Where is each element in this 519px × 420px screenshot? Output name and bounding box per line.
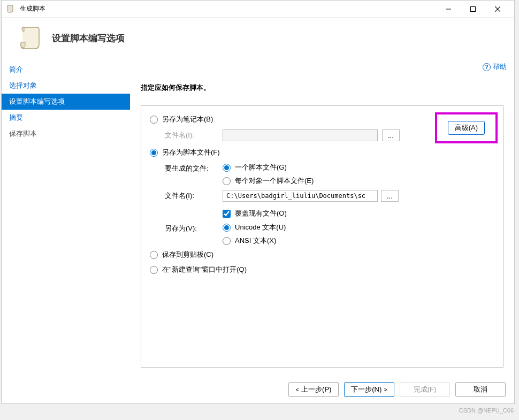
chevron-right-icon: >	[384, 386, 387, 393]
svg-rect-1	[471, 6, 476, 11]
unicode-radio[interactable]	[223, 224, 231, 232]
options-group: 高级(A) 另存为笔记本(B) 文件名(I): ... 另存为脚本文件(F)	[141, 105, 503, 368]
save-as-script-file-label: 另存为脚本文件(F)	[162, 148, 220, 157]
filename-label: 文件名(I):	[165, 190, 223, 201]
chevron-left-icon: <	[296, 386, 299, 393]
help-link[interactable]: ? 帮助	[483, 62, 507, 72]
filename-row: 文件名(I): ... 覆盖现有文件(O)	[165, 190, 494, 218]
unicode-option[interactable]: Unicode 文本(U)	[223, 223, 286, 232]
sidebar-item-script-options[interactable]: 设置脚本编写选项	[2, 94, 130, 110]
overwrite-option[interactable]: 覆盖现有文件(O)	[223, 209, 399, 218]
titlebar: 生成脚本	[2, 1, 514, 18]
sidebar-item-intro[interactable]: 简介	[2, 62, 130, 78]
sidebar-item-save-script[interactable]: 保存脚本	[2, 126, 130, 142]
per-object-file-option[interactable]: 每个对象一个脚本文件(E)	[223, 176, 314, 186]
open-in-new-query-option[interactable]: 在"新建查询"窗口中打开(Q)	[150, 265, 494, 274]
single-file-radio[interactable]	[223, 164, 231, 172]
single-file-label: 一个脚本文件(G)	[235, 163, 287, 172]
sidebar-item-select-objects[interactable]: 选择对象	[2, 78, 130, 94]
ansi-label: ANSI 文本(X)	[235, 236, 276, 246]
save-to-clipboard-option[interactable]: 保存到剪贴板(C)	[150, 250, 494, 259]
window-controls	[436, 2, 510, 17]
save-to-clipboard-label: 保存到剪贴板(C)	[162, 250, 213, 259]
overwrite-checkbox[interactable]	[223, 210, 231, 218]
per-object-file-radio[interactable]	[223, 177, 231, 185]
ansi-radio[interactable]	[223, 237, 231, 245]
save-as-notebook-label: 另存为笔记本(B)	[162, 114, 213, 124]
instruction-text: 指定应如何保存脚本。	[141, 83, 503, 93]
open-in-new-query-label: 在"新建查询"窗口中打开(Q)	[162, 265, 247, 274]
ansi-option[interactable]: ANSI 文本(X)	[223, 236, 286, 246]
files-to-generate-label: 要生成的文件:	[165, 163, 223, 173]
save-as-encoding-label: 另存为(V):	[165, 223, 223, 233]
script-file-subgroup: 要生成的文件: 一个脚本文件(G) 每个对象一个脚本文件(E)	[165, 163, 494, 246]
notebook-filename-label: 文件名(I):	[165, 131, 218, 140]
single-file-option[interactable]: 一个脚本文件(G)	[223, 163, 314, 172]
wizard-footer: <上一步(P) 下一步(N)> 完成(F) 取消	[288, 382, 506, 397]
save-as-encoding-row: 另存为(V): Unicode 文本(U) ANSI 文本(X)	[165, 223, 494, 246]
open-in-new-query-radio[interactable]	[150, 266, 158, 274]
save-as-script-file-option[interactable]: 另存为脚本文件(F)	[150, 148, 494, 157]
app-icon	[6, 4, 16, 14]
notebook-filename-input	[223, 129, 378, 141]
next-button[interactable]: 下一步(N)>	[344, 382, 394, 397]
browse-button[interactable]: ...	[381, 190, 399, 202]
scroll-icon	[17, 25, 42, 51]
finish-button: 完成(F)	[400, 382, 450, 397]
per-object-file-label: 每个对象一个脚本文件(E)	[235, 176, 314, 186]
close-button[interactable]	[485, 2, 510, 17]
window-title: 生成脚本	[20, 4, 436, 13]
overwrite-label: 覆盖现有文件(O)	[235, 209, 287, 218]
advanced-highlight: 高级(A)	[435, 112, 498, 143]
page-title: 设置脚本编写选项	[52, 32, 125, 44]
save-to-clipboard-radio[interactable]	[150, 251, 158, 259]
header-section: 设置脚本编写选项	[2, 18, 514, 62]
sidebar-item-summary[interactable]: 摘要	[2, 110, 130, 126]
notebook-browse-button[interactable]: ...	[382, 129, 400, 141]
filename-input[interactable]	[223, 190, 378, 202]
help-icon: ?	[483, 63, 491, 71]
dialog-window: 生成脚本 设置脚本编写选项 简介 选择对象 设置脚本编写选项 摘要 保存脚本	[1, 0, 515, 404]
files-to-generate-row: 要生成的文件: 一个脚本文件(G) 每个对象一个脚本文件(E)	[165, 163, 494, 186]
minimize-button[interactable]	[436, 2, 461, 17]
save-as-notebook-radio[interactable]	[150, 116, 158, 124]
cancel-button[interactable]: 取消	[455, 382, 506, 397]
content-area: 简介 选择对象 设置脚本编写选项 摘要 保存脚本 ? 帮助 指定应如何保存脚本。…	[2, 62, 514, 381]
help-label: 帮助	[493, 62, 507, 72]
maximize-button[interactable]	[461, 2, 485, 17]
unicode-label: Unicode 文本(U)	[235, 223, 286, 232]
advanced-button[interactable]: 高级(A)	[448, 121, 485, 135]
prev-button[interactable]: <上一步(P)	[288, 382, 339, 397]
save-as-script-file-radio[interactable]	[150, 149, 158, 157]
main-panel: ? 帮助 指定应如何保存脚本。 高级(A) 另存为笔记本(B) 文件名(I): …	[130, 62, 514, 381]
watermark: CSDN @NEPU_C66	[459, 407, 514, 414]
sidebar: 简介 选择对象 设置脚本编写选项 摘要 保存脚本	[2, 62, 130, 381]
